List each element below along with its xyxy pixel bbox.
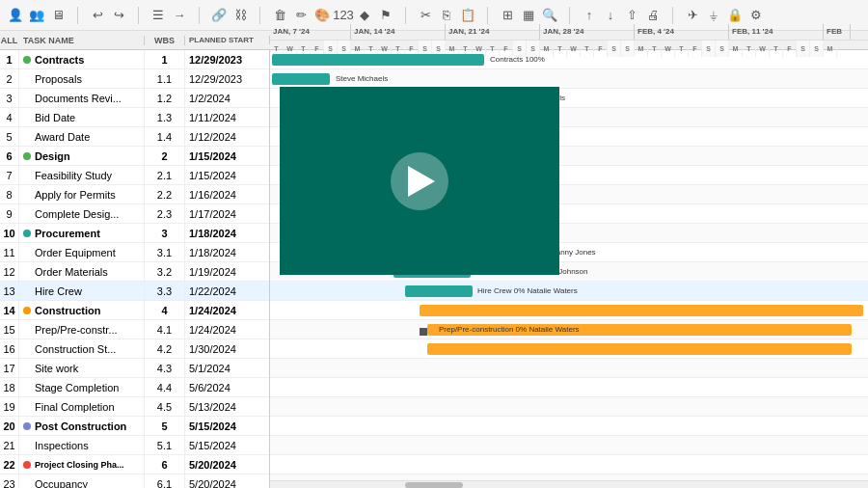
col-header-taskname[interactable]: TASK NAME (19, 36, 145, 45)
grid-icon[interactable]: ⊞ (500, 8, 515, 23)
link-icon[interactable]: 🔗 (211, 8, 227, 23)
table-row[interactable]: 5 Award Date 1.4 1/12/2024 (0, 127, 269, 147)
task-name-label: Construction (35, 305, 100, 316)
wbs-cell: 4.4 (145, 378, 185, 396)
lock-icon[interactable]: 🔒 (727, 8, 743, 23)
table-row[interactable]: 14 Construction 4 1/24/2024 (0, 301, 269, 320)
table-row[interactable]: 17 Site work 4.3 5/1/2024 (0, 359, 269, 378)
gantt-label-proposals: Steve Michaels (336, 74, 388, 83)
wbs-cell: 4.2 (145, 339, 185, 358)
flag-icon[interactable]: ⚑ (378, 8, 393, 23)
gantt-label-contracts: Contracts 100% (490, 55, 545, 64)
phase-dot (23, 152, 31, 160)
table-row[interactable]: 15 Prep/Pre-constr... 4.1 1/24/2024 (0, 320, 269, 339)
row-num: 18 (0, 378, 19, 396)
phase-dot (23, 230, 31, 237)
toolbar-group-7: ⊞ ▦ 🔍 (500, 8, 557, 23)
col-header-all[interactable]: ALL (0, 31, 19, 49)
table-row[interactable]: 8 Apply for Permits 2.2 1/16/2024 (0, 185, 269, 204)
toolbar-group-5: 🗑 ✏ 🎨 123 ◆ ⚑ (272, 8, 393, 23)
table-row[interactable]: 16 Construction St... 4.2 1/30/2024 (0, 339, 269, 359)
table-row[interactable]: 2 Proposals 1.1 12/29/2023 (0, 69, 269, 89)
planned-cell: 1/11/2024 (185, 108, 270, 126)
col-header-planned[interactable]: PLANNED START (185, 36, 270, 44)
row-num: 1 (0, 50, 19, 68)
person-icon[interactable]: 👤 (8, 8, 23, 23)
wbs-cell: 4.5 (145, 397, 185, 416)
task-name-label: Post Construction (35, 420, 126, 432)
gantt-bar-contracts[interactable] (272, 54, 484, 66)
indent-icon[interactable]: → (172, 8, 187, 23)
planned-cell: 1/2/2024 (185, 89, 270, 107)
gantt-row (270, 436, 868, 455)
wbs-cell: 2.1 (145, 166, 185, 184)
unlink-icon[interactable]: ⛓ (232, 8, 248, 23)
gantt-bar-construction-st[interactable] (427, 343, 852, 355)
col-header-wbs[interactable]: WBS (145, 36, 185, 45)
play-button[interactable] (391, 152, 448, 210)
share-icon[interactable]: ⇧ (624, 8, 639, 23)
wbs-cell: 1.2 (145, 89, 185, 107)
upload-icon[interactable]: ↑ (582, 8, 597, 23)
sep-1 (77, 7, 78, 24)
list-icon[interactable]: ☰ (150, 8, 166, 23)
table-row[interactable]: 13 Hire Crew 3.3 1/22/2024 (0, 282, 269, 301)
gantt-bar-construction[interactable] (420, 305, 863, 316)
gantt-label-prep: Prep/Pre-construction 0% Natalie Waters (439, 325, 580, 334)
undo-icon[interactable]: ↩ (90, 8, 105, 23)
scroll-thumb[interactable] (405, 482, 463, 488)
table-row[interactable]: 20 Post Construction 5 5/15/2024 (0, 417, 269, 436)
gantt-row: Prep/Pre-construction 0% Natalie Waters (270, 320, 868, 339)
window-icon[interactable]: 🖥 (50, 8, 66, 23)
printer-icon[interactable]: 🖨 (645, 8, 661, 23)
row-num: 21 (0, 436, 19, 454)
eraser-icon[interactable]: 🗑 (272, 8, 287, 23)
gantt-bar-hire[interactable] (405, 285, 473, 297)
table-row[interactable]: 11 Order Equipment 3.1 1/18/2024 (0, 243, 269, 262)
planned-cell: 5/6/2024 (185, 378, 270, 396)
table-row[interactable]: 6 Design 2 1/15/2024 (0, 147, 269, 166)
table-row[interactable]: 23 Occupancy 6.1 5/20/2024 (0, 474, 269, 488)
gantt-bar-proposals[interactable] (272, 73, 330, 85)
table-row[interactable]: 1 Contracts 1 12/29/2023 (0, 50, 269, 69)
row-num: 16 (0, 339, 19, 358)
table-row[interactable]: 18 Stage Completion 4.4 5/6/2024 (0, 378, 269, 397)
planned-cell: 5/1/2024 (185, 359, 270, 377)
group-icon[interactable]: 👥 (29, 8, 44, 23)
funnel-icon[interactable]: ⏚ (706, 8, 721, 23)
sep-2 (138, 7, 139, 24)
task-name-cell: Feasibility Study (19, 166, 145, 184)
pen-icon[interactable]: ✏ (293, 8, 309, 23)
wbs-cell: 4.3 (145, 359, 185, 377)
video-overlay[interactable] (280, 87, 559, 275)
gear-icon[interactable]: ⚙ (748, 8, 764, 23)
palette-icon[interactable]: 🎨 (314, 8, 330, 23)
horizontal-scrollbar[interactable] (270, 480, 868, 488)
download-icon[interactable]: ↓ (603, 8, 618, 23)
number-icon[interactable]: 123 (336, 8, 351, 23)
paste-icon[interactable]: 📋 (460, 8, 475, 23)
search-icon[interactable]: 🔍 (542, 8, 557, 23)
table-row[interactable]: 19 Final Completion 4.5 5/13/2024 (0, 397, 269, 417)
gantt-row (270, 301, 868, 320)
table-row[interactable]: 12 Order Materials 3.2 1/19/2024 (0, 262, 269, 282)
copy-icon[interactable]: ⎘ (439, 8, 454, 23)
toolbar-group-8: ↑ ↓ ⇧ 🖨 (582, 8, 661, 23)
table-row[interactable]: 7 Feasibility Study 2.1 1/15/2024 (0, 166, 269, 185)
redo-icon[interactable]: ↪ (111, 8, 126, 23)
table-row[interactable]: 21 Inspections 5.1 5/15/2024 (0, 436, 269, 455)
diamond-icon[interactable]: ◆ (357, 8, 372, 23)
wifi-icon[interactable]: ✈ (685, 8, 700, 23)
table-row[interactable]: 10 Procurement 3 1/18/2024 (0, 224, 269, 243)
scissors-icon[interactable]: ✂ (418, 8, 433, 23)
table-row[interactable]: 3 Documents Revi... 1.2 1/2/2024 (0, 89, 269, 108)
table-row[interactable]: 4 Bid Date 1.3 1/11/2024 (0, 108, 269, 127)
sep-8 (672, 7, 673, 24)
task-name-cell: Construction St... (19, 339, 145, 358)
wbs-cell: 3.3 (145, 282, 185, 300)
task-name-cell: Inspections (19, 436, 145, 454)
task-name-cell: Site work (19, 359, 145, 377)
table-row[interactable]: 9 Complete Desig... 2.3 1/17/2024 (0, 204, 269, 224)
table-row[interactable]: 22 Project Closing Pha... 6 5/20/2024 (0, 455, 269, 474)
bar-chart-icon[interactable]: ▦ (521, 8, 536, 23)
